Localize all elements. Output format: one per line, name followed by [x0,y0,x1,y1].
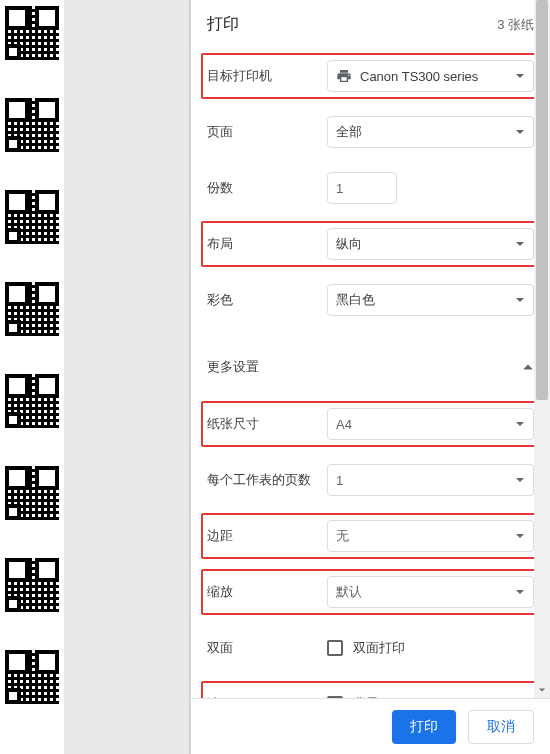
row-destination: 目标打印机 Canon TS300 series [207,53,534,99]
layout-select[interactable]: 纵向 [327,228,534,260]
background-graphics-checkbox[interactable]: 背景图形 [327,688,534,698]
qr-code [5,466,59,520]
chevron-down-icon [515,475,525,485]
label-scale: 缩放 [207,583,327,601]
destination-select[interactable]: Canon TS300 series [327,60,534,92]
label-duplex: 双面 [207,639,327,657]
label-margins: 边距 [207,527,327,545]
copies-input[interactable] [327,172,397,204]
dialog-footer: 打印 取消 [191,698,550,754]
pages-select[interactable]: 全部 [327,116,534,148]
row-options: 选项 背景图形 [207,681,534,698]
margins-value: 无 [336,527,349,545]
scroll-down-icon [534,682,550,698]
row-scale: 缩放 默认 [207,569,534,615]
qr-code [5,650,59,704]
checkbox-icon [327,696,343,698]
preview-page [0,0,64,754]
more-settings-toggle[interactable]: 更多设置 [207,347,534,387]
row-paper: 纸张尺寸 A4 [207,401,534,447]
destination-value: Canon TS300 series [360,69,478,84]
paper-select[interactable]: A4 [327,408,534,440]
qr-code [5,190,59,244]
chevron-down-icon [515,127,525,137]
label-paper: 纸张尺寸 [207,415,327,433]
cancel-button[interactable]: 取消 [468,710,534,744]
label-color: 彩色 [207,291,327,309]
sheet-count: 3 张纸 [497,16,534,34]
label-pages: 页面 [207,123,327,141]
qr-code [5,374,59,428]
checkbox-icon [327,640,343,656]
qr-code [5,98,59,152]
chevron-down-icon [515,531,525,541]
label-more: 更多设置 [207,358,259,376]
print-preview-pane [0,0,190,754]
margins-select[interactable]: 无 [327,520,534,552]
scale-select[interactable]: 默认 [327,576,534,608]
chevron-down-icon [515,71,525,81]
dialog-title: 打印 [207,14,239,35]
persheet-select[interactable]: 1 [327,464,534,496]
duplex-checkbox[interactable]: 双面打印 [327,632,534,664]
label-layout: 布局 [207,235,327,253]
print-settings-panel: 打印 3 张纸 目标打印机 Canon TS300 series [190,0,550,754]
row-duplex: 双面 双面打印 [207,625,534,671]
chevron-down-icon [515,587,525,597]
label-options: 选项 [207,695,327,698]
label-destination: 目标打印机 [207,67,327,85]
row-layout: 布局 纵向 [207,221,534,267]
paper-value: A4 [336,417,352,432]
label-persheet: 每个工作表的页数 [207,471,327,489]
layout-value: 纵向 [336,235,362,253]
chevron-down-icon [515,239,525,249]
chevron-up-icon [522,361,534,373]
color-value: 黑白色 [336,291,375,309]
scrollbar[interactable] [534,0,550,698]
qr-code [5,558,59,612]
scrollbar-thumb[interactable] [536,0,548,400]
qr-code [5,282,59,336]
chevron-down-icon [515,419,525,429]
pages-value: 全部 [336,123,362,141]
color-select[interactable]: 黑白色 [327,284,534,316]
duplex-check-label: 双面打印 [353,639,405,657]
preview-gutter [64,0,189,754]
print-button[interactable]: 打印 [392,710,456,744]
printer-icon [336,68,352,84]
row-margins: 边距 无 [207,513,534,559]
persheet-value: 1 [336,473,343,488]
label-copies: 份数 [207,179,327,197]
row-color: 彩色 黑白色 [207,277,534,323]
scale-value: 默认 [336,583,362,601]
row-pages: 页面 全部 [207,109,534,155]
row-copies: 份数 [207,165,534,211]
chevron-down-icon [515,295,525,305]
options-check-label: 背景图形 [353,695,405,698]
qr-code [5,6,59,60]
row-persheet: 每个工作表的页数 1 [207,457,534,503]
